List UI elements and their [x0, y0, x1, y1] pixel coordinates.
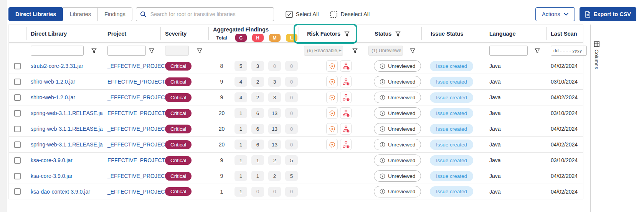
- status-button[interactable]: Unreviewed: [374, 139, 421, 150]
- row-checkbox[interactable]: [14, 173, 21, 179]
- risk-factors-funnel-icon[interactable]: [352, 48, 358, 53]
- columns-toggle[interactable]: Columns: [594, 41, 599, 212]
- findings-critical-count: 1: [234, 124, 247, 134]
- library-link[interactable]: struts2-core-2.3.31.jar: [31, 63, 83, 69]
- risk-factors-filter-chip[interactable]: (6) Reachable,E: [304, 46, 343, 56]
- language-filter-input[interactable]: [489, 46, 528, 56]
- language-value: Java: [489, 79, 501, 85]
- findings-total: 9: [213, 94, 230, 100]
- last-scan-value: 03/10/2024: [551, 79, 578, 85]
- findings-total: 8: [213, 63, 230, 69]
- row-checkbox[interactable]: [14, 141, 21, 148]
- risk-factors-cell: [299, 90, 364, 105]
- library-link[interactable]: shiro-web-1.2.0.jar: [31, 79, 75, 85]
- project-funnel-icon[interactable]: [149, 48, 154, 53]
- status-button[interactable]: Unreviewed: [374, 107, 421, 119]
- status-button[interactable]: Unreviewed: [374, 154, 421, 166]
- tab-direct-libraries[interactable]: Direct Libraries: [8, 7, 63, 21]
- last-scan-date-filter[interactable]: dd - - - - yyyy: [551, 46, 587, 56]
- info-icon: [380, 189, 385, 194]
- language-value: Java: [489, 173, 501, 179]
- project-link[interactable]: EFFECTIVE_PROJECTa: [107, 157, 167, 163]
- findings-medium-count: 13: [268, 140, 281, 150]
- tab-findings[interactable]: Findings: [97, 7, 132, 21]
- project-filter-input[interactable]: [107, 46, 146, 56]
- issue-status-badge: Issue created: [430, 140, 473, 150]
- status-button[interactable]: Unreviewed: [374, 60, 421, 72]
- table-body: struts2-core-2.3.31.jar_EFFECTIVE_PROJEC…: [9, 58, 583, 199]
- language-value: Java: [489, 126, 501, 132]
- checkbox-checked-icon: [286, 11, 293, 18]
- severity-badge: Critical: [165, 172, 192, 181]
- findings-medium-count: 2: [268, 171, 281, 181]
- last-scan-value: 03/10/2024: [551, 110, 578, 116]
- findings-high-count: 6: [251, 140, 264, 150]
- library-link[interactable]: spring-web-3.1.1.RELEASE.ja: [31, 141, 103, 148]
- issue-status-badge: Issue created: [430, 171, 473, 181]
- search-box: [136, 7, 274, 21]
- last-scan-value: 04/02/2024: [551, 63, 578, 69]
- row-checkbox[interactable]: [14, 188, 21, 195]
- severity-funnel-icon[interactable]: [197, 48, 202, 53]
- library-link[interactable]: ksa-core-3.9.0.jar: [31, 173, 73, 179]
- row-checkbox[interactable]: [14, 79, 21, 85]
- libraries-table: Direct Library Project Severity Aggregat…: [8, 25, 583, 199]
- exploit-hierarchy-alert-icon: [340, 60, 352, 72]
- severity-filter-input[interactable]: [165, 46, 189, 56]
- findings-low-count: 0: [285, 61, 298, 71]
- row-checkbox[interactable]: [14, 94, 21, 101]
- header-project: Project: [103, 25, 160, 43]
- row-checkbox[interactable]: [14, 126, 21, 132]
- language-value: Java: [489, 94, 501, 100]
- status-button[interactable]: Unreviewed: [374, 123, 421, 135]
- library-link[interactable]: spring-web-3.1.1.RELEASE.ja: [31, 110, 103, 116]
- tab-libraries[interactable]: Libraries: [63, 7, 98, 21]
- search-input[interactable]: [150, 11, 270, 17]
- language-value: Java: [489, 63, 501, 69]
- language-funnel-icon[interactable]: [535, 48, 540, 53]
- export-label: Export to CSV: [594, 11, 631, 17]
- header-risk-factors: Risk Factors: [299, 25, 364, 43]
- findings-total: 20: [213, 141, 230, 148]
- issue-status-badge: Issue created: [430, 108, 473, 118]
- exploit-hierarchy-alert-icon: [340, 92, 352, 103]
- status-funnel-icon[interactable]: [410, 48, 415, 53]
- export-to-csv-button[interactable]: Export to CSV: [580, 7, 636, 21]
- row-checkbox[interactable]: [14, 63, 21, 69]
- project-link[interactable]: EFFECTIVE_PROJECTa: [107, 79, 167, 85]
- project-link[interactable]: EFFECTIVE_PROJECTa: [107, 110, 167, 116]
- actions-button[interactable]: Actions: [535, 7, 575, 21]
- findings-high-count: 2: [251, 77, 264, 87]
- findings-medium-count: 3: [268, 77, 281, 87]
- direct-library-funnel-icon[interactable]: [91, 48, 97, 53]
- status-button[interactable]: Unreviewed: [374, 186, 421, 197]
- search-icon: [140, 11, 147, 18]
- language-value: Java: [489, 157, 501, 163]
- severity-badge: Critical: [165, 156, 192, 165]
- library-link[interactable]: ksa-core-3.9.0.jar: [31, 157, 73, 163]
- header-direct-library: Direct Library: [26, 25, 103, 43]
- row-checkbox[interactable]: [14, 157, 21, 164]
- severity-badge: Critical: [165, 187, 192, 196]
- select-all-button[interactable]: Select All: [286, 11, 319, 18]
- library-link[interactable]: shiro-web-1.2.0.jar: [31, 94, 75, 100]
- deselect-all-label: Deselect All: [340, 11, 370, 17]
- status-button[interactable]: Unreviewed: [374, 76, 421, 87]
- library-link[interactable]: ksa-dao-context-3.9.0.jar: [31, 189, 90, 195]
- findings-low-count: 0: [285, 77, 298, 87]
- table-header-row: Direct Library Project Severity Aggregat…: [9, 25, 583, 43]
- direct-library-filter-input[interactable]: [31, 46, 84, 56]
- status-filter-icon[interactable]: [395, 31, 401, 36]
- columns-label: Columns: [594, 49, 599, 69]
- library-link[interactable]: spring-web-3.1.1.RELEASE.ja: [31, 126, 103, 132]
- status-button[interactable]: Unreviewed: [374, 170, 421, 182]
- row-checkbox[interactable]: [14, 110, 21, 117]
- header-severity: Severity: [160, 25, 208, 43]
- risk-factors-cell: [299, 137, 364, 152]
- risk-factors-filter-icon[interactable]: [344, 31, 350, 36]
- status-button[interactable]: Unreviewed: [374, 92, 421, 103]
- left-margin-strip: [0, 0, 7, 212]
- deselect-all-button[interactable]: Deselect All: [330, 11, 370, 18]
- status-filter-chip[interactable]: (1) Unreviewe: [368, 46, 403, 56]
- language-value: Java: [489, 189, 501, 195]
